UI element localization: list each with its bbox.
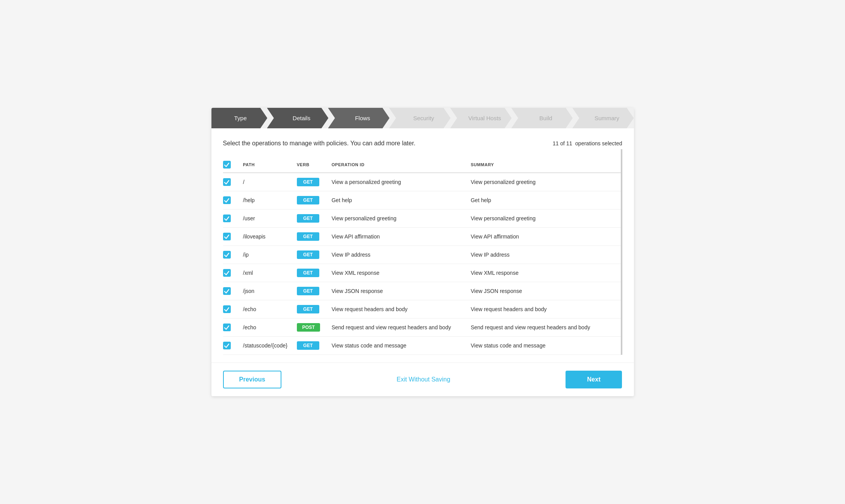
row-checkbox-cell bbox=[223, 191, 239, 209]
row-operation-id: View status code and message bbox=[327, 337, 466, 355]
operations-count-suffix: operations selected bbox=[575, 140, 622, 146]
verb-badge-get: GET bbox=[297, 250, 319, 259]
row-verb: GET bbox=[292, 209, 327, 228]
wizard-container: TypeDetailsFlowsSecurityVirtual HostsBui… bbox=[211, 108, 634, 396]
operations-count: 11 of 11 operations selected bbox=[553, 140, 622, 146]
row-operation-id: View a personalized greeting bbox=[327, 173, 466, 191]
row-operation-id: Get help bbox=[327, 191, 466, 209]
row-path: /echo bbox=[239, 318, 292, 337]
col-header-operation-id: OPERATION ID bbox=[327, 157, 466, 173]
col-header-checkbox bbox=[223, 157, 239, 173]
verb-badge-get: GET bbox=[297, 196, 319, 204]
row-operation-id: View API affirmation bbox=[327, 228, 466, 246]
row-checkbox[interactable] bbox=[223, 251, 231, 259]
exit-without-saving-button[interactable]: Exit Without Saving bbox=[397, 376, 450, 383]
row-checkbox-cell bbox=[223, 209, 239, 228]
row-path: /user bbox=[239, 209, 292, 228]
row-checkbox-cell bbox=[223, 228, 239, 246]
col-header-summary: SUMMARY bbox=[466, 157, 621, 173]
row-checkbox-cell bbox=[223, 246, 239, 264]
table-row: /GETView a personalized greetingView per… bbox=[223, 173, 621, 191]
row-checkbox[interactable] bbox=[223, 287, 231, 295]
row-verb: GET bbox=[292, 191, 327, 209]
row-verb: GET bbox=[292, 282, 327, 300]
row-operation-id: View JSON response bbox=[327, 282, 466, 300]
row-summary: View JSON response bbox=[466, 282, 621, 300]
verb-badge-get: GET bbox=[297, 341, 319, 350]
row-operation-id: View IP address bbox=[327, 246, 466, 264]
row-path: /statuscode/{code} bbox=[239, 337, 292, 355]
verb-badge-get: GET bbox=[297, 178, 319, 186]
row-checkbox[interactable] bbox=[223, 305, 231, 313]
row-checkbox-cell bbox=[223, 173, 239, 191]
row-checkbox[interactable] bbox=[223, 233, 231, 240]
row-checkbox[interactable] bbox=[223, 178, 231, 186]
row-summary: View request headers and body bbox=[466, 300, 621, 318]
table-row: /statuscode/{code}GETView status code an… bbox=[223, 337, 621, 355]
row-verb: GET bbox=[292, 173, 327, 191]
row-summary: View personalized greeting bbox=[466, 173, 621, 191]
table-row: /xmlGETView XML responseView XML respons… bbox=[223, 264, 621, 282]
row-verb: GET bbox=[292, 300, 327, 318]
row-checkbox[interactable] bbox=[223, 324, 231, 331]
select-all-checkbox[interactable] bbox=[223, 161, 231, 169]
row-checkbox[interactable] bbox=[223, 342, 231, 349]
row-summary: View API affirmation bbox=[466, 228, 621, 246]
table-row: /echoGETView request headers and bodyVie… bbox=[223, 300, 621, 318]
wizard-step-security: Security bbox=[389, 108, 451, 128]
verb-badge-get: GET bbox=[297, 214, 319, 223]
table-row: /ipGETView IP addressView IP address bbox=[223, 246, 621, 264]
wizard-nav: TypeDetailsFlowsSecurityVirtual HostsBui… bbox=[211, 108, 634, 128]
wizard-step-flows[interactable]: Flows bbox=[328, 108, 390, 128]
table-row: /jsonGETView JSON responseView JSON resp… bbox=[223, 282, 621, 300]
row-path: /xml bbox=[239, 264, 292, 282]
row-summary: View XML response bbox=[466, 264, 621, 282]
verb-badge-post: POST bbox=[297, 323, 320, 332]
row-checkbox[interactable] bbox=[223, 215, 231, 222]
row-checkbox[interactable] bbox=[223, 196, 231, 204]
table-scroll-area[interactable]: PATH VERB OPERATION ID SUMMARY /GETView … bbox=[223, 149, 622, 355]
previous-button[interactable]: Previous bbox=[223, 371, 282, 388]
wizard-step-details[interactable]: Details bbox=[267, 108, 329, 128]
operations-count-highlight: 11 of 11 bbox=[553, 140, 572, 146]
row-path: /echo bbox=[239, 300, 292, 318]
row-checkbox-cell bbox=[223, 282, 239, 300]
table-row: /userGETView personalized greetingView p… bbox=[223, 209, 621, 228]
row-summary: Send request and view request headers an… bbox=[466, 318, 621, 337]
row-operation-id: View XML response bbox=[327, 264, 466, 282]
table-row: /echoPOSTSend request and view request h… bbox=[223, 318, 621, 337]
row-verb: POST bbox=[292, 318, 327, 337]
next-button[interactable]: Next bbox=[566, 371, 622, 388]
wizard-step-build: Build bbox=[511, 108, 573, 128]
col-header-verb: VERB bbox=[292, 157, 327, 173]
row-path: /json bbox=[239, 282, 292, 300]
row-checkbox-cell bbox=[223, 300, 239, 318]
wizard-step-virtual-hosts: Virtual Hosts bbox=[450, 108, 512, 128]
footer: Previous Exit Without Saving Next bbox=[211, 363, 634, 396]
row-summary: View IP address bbox=[466, 246, 621, 264]
row-operation-id: View personalized greeting bbox=[327, 209, 466, 228]
verb-badge-get: GET bbox=[297, 269, 319, 277]
row-verb: GET bbox=[292, 264, 327, 282]
verb-badge-get: GET bbox=[297, 305, 319, 313]
row-checkbox-cell bbox=[223, 264, 239, 282]
row-path: / bbox=[239, 173, 292, 191]
row-operation-id: Send request and view request headers an… bbox=[327, 318, 466, 337]
row-checkbox[interactable] bbox=[223, 269, 231, 277]
row-summary: Get help bbox=[466, 191, 621, 209]
row-path: /help bbox=[239, 191, 292, 209]
description-text: Select the operations to manage with pol… bbox=[223, 140, 416, 147]
row-checkbox-cell bbox=[223, 337, 239, 355]
row-verb: GET bbox=[292, 246, 327, 264]
verb-badge-get: GET bbox=[297, 287, 319, 295]
page-description: Select the operations to manage with pol… bbox=[223, 140, 622, 147]
wizard-step-type[interactable]: Type bbox=[211, 108, 267, 128]
table-row: /helpGETGet helpGet help bbox=[223, 191, 621, 209]
wizard-step-summary: Summary bbox=[572, 108, 634, 128]
row-summary: View personalized greeting bbox=[466, 209, 621, 228]
row-operation-id: View request headers and body bbox=[327, 300, 466, 318]
main-content: Select the operations to manage with pol… bbox=[211, 128, 634, 363]
row-path: /ip bbox=[239, 246, 292, 264]
row-checkbox-cell bbox=[223, 318, 239, 337]
table-header-row: PATH VERB OPERATION ID SUMMARY bbox=[223, 157, 621, 173]
